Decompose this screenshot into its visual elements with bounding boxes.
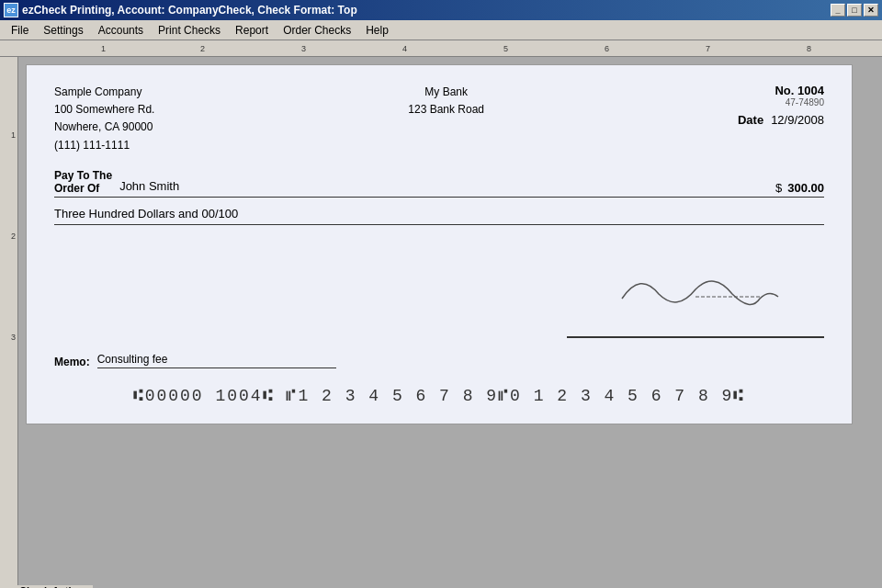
date-label: Date: [738, 113, 763, 127]
signature-area: [54, 253, 824, 338]
micr-line: ⑆00000 1004⑆ ⑈1 2 3 4 5 6 7 8 9⑈0 1 2 3 …: [54, 387, 824, 405]
ruler-mark-8: 8: [807, 44, 811, 53]
check-no-value: 1004: [797, 84, 824, 97]
menu-print-checks[interactable]: Print Checks: [151, 22, 228, 39]
signature-image: [567, 253, 824, 333]
ruler-mark-7: 7: [706, 44, 710, 53]
memo-value: Consulting fee: [97, 353, 336, 368]
horizontal-ruler: 1 2 3 4 5 6 7 8: [0, 40, 882, 57]
pay-to-label: Pay To TheOrder Of: [54, 169, 112, 195]
check-number-area: No. 1004 47-74890 Date 12/9/2008: [738, 84, 824, 154]
company-phone: (111) 111-1111: [54, 137, 154, 154]
ruler-mark-4: 4: [402, 44, 407, 53]
memo-row: Memo: Consulting fee: [54, 353, 824, 368]
menu-help[interactable]: Help: [358, 22, 396, 39]
canvas-area: Sample Company 100 Somewhere Rd. Nowhere…: [18, 57, 882, 588]
company-address2: Nowhere, CA 90000: [54, 119, 154, 136]
check-preview: Sample Company 100 Somewhere Rd. Nowhere…: [26, 64, 853, 424]
title-bar-text: ezCheck Printing, Account: CompanyCheck,…: [22, 4, 357, 17]
main-area: 1 2 3 Sample Company 100 Somewhere Rd. N…: [0, 57, 882, 588]
amount-words: Three Hundred Dollars and 00/100: [54, 207, 824, 225]
ruler-mark-5: 5: [503, 44, 508, 53]
title-bar: ez ezCheck Printing, Account: CompanyChe…: [0, 0, 882, 20]
check-amount: 300.00: [787, 181, 824, 195]
dollar-sign: $: [775, 181, 782, 195]
check-routing: 47-74890: [738, 97, 824, 107]
company-name: Sample Company: [54, 84, 154, 101]
bank-name: My Bank: [408, 84, 484, 101]
menu-file[interactable]: File: [4, 22, 36, 39]
ruler-mark-6: 6: [605, 44, 609, 53]
payee-name: John Smith: [119, 179, 761, 195]
menu-settings[interactable]: Settings: [36, 22, 90, 39]
bank-address: 123 Bank Road: [408, 101, 484, 119]
menu-accounts[interactable]: Accounts: [91, 22, 151, 39]
check-date: 12/9/2008: [771, 113, 824, 127]
company-info: Sample Company 100 Somewhere Rd. Nowhere…: [54, 84, 154, 154]
amount-box: $ 300.00: [775, 181, 824, 195]
memo-label: Memo:: [54, 356, 90, 368]
ruler-mark-3: 3: [301, 44, 306, 53]
maximize-button[interactable]: □: [847, 4, 862, 17]
menu-report[interactable]: Report: [228, 22, 276, 39]
company-address1: 100 Somewhere Rd.: [54, 101, 154, 119]
v-ruler-mark-3: 3: [11, 333, 16, 342]
app-icon: ez: [4, 3, 18, 17]
vertical-ruler: 1 2 3: [0, 57, 18, 588]
minimize-button[interactable]: _: [831, 4, 845, 17]
bank-info: My Bank 123 Bank Road: [408, 84, 484, 154]
v-ruler-mark-2: 2: [11, 232, 16, 241]
menu-order-checks[interactable]: Order Checks: [276, 22, 358, 39]
signature-box: [567, 253, 824, 338]
close-button[interactable]: ✕: [864, 4, 878, 17]
ruler-mark-1: 1: [101, 44, 106, 53]
ruler-mark-2: 2: [200, 44, 205, 53]
menu-bar: File Settings Accounts Print Checks Repo…: [0, 20, 882, 40]
signature-svg: [604, 262, 787, 317]
v-ruler-mark-1: 1: [11, 130, 16, 140]
pay-to-row: Pay To TheOrder Of John Smith $ 300.00: [54, 169, 824, 198]
check-no-label: No.: [775, 84, 794, 97]
